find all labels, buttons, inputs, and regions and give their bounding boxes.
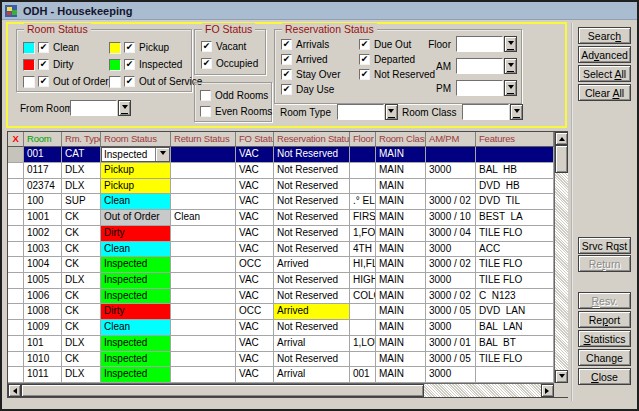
room-status-combo[interactable]: Inspected bbox=[101, 147, 170, 162]
checkbox[interactable]: ✔ bbox=[359, 39, 370, 50]
table-row-1010[interactable]: 1010CKInspectedVACNot ReservedMAIN3000 /… bbox=[8, 352, 554, 368]
close-button[interactable]: Close bbox=[578, 368, 631, 385]
column-header-fo_status[interactable]: FO Status bbox=[236, 132, 274, 147]
table-row-1001[interactable]: 1001CKOut of OrderCleanVACNot ReservedFI… bbox=[8, 210, 554, 226]
checkbox[interactable]: ✔ bbox=[281, 39, 292, 50]
table-row-1006[interactable]: 1006CKInspectedVACNot ReservedCOLOMAIN30… bbox=[8, 289, 554, 305]
dropdown-button[interactable] bbox=[504, 58, 517, 74]
checkbox-item-even-rooms[interactable]: Even Rooms bbox=[200, 106, 272, 117]
combo-arrow-button[interactable] bbox=[155, 148, 169, 161]
table-row-100[interactable]: 100SUPCleanVACNot Reserved.° ELISMAIN300… bbox=[8, 194, 554, 210]
cell-features bbox=[476, 147, 554, 163]
table-row-1005[interactable]: 1005DLXInspectedVACNot ReservedHIGHMAIN3… bbox=[8, 273, 554, 289]
scroll-up-button[interactable] bbox=[555, 132, 568, 145]
checkbox[interactable]: ✔ bbox=[359, 54, 370, 65]
checkbox-item-stay-over[interactable]: ✔Stay Over bbox=[281, 69, 359, 80]
table-row-1008[interactable]: 1008CKDirtyOCCArrivedMAIN3000 / 05DVD LA… bbox=[8, 304, 554, 320]
table-row-1011[interactable]: 1011DLXInspectedVACArrival001MAIN3000 bbox=[8, 367, 554, 383]
checkbox-item-out-of-service[interactable]: ✔Out of Service bbox=[109, 76, 205, 88]
checkbox[interactable]: ✔ bbox=[38, 59, 49, 70]
select-all-button[interactable]: Select All bbox=[578, 65, 631, 82]
room-class-combo-input[interactable] bbox=[462, 104, 509, 120]
horizontal-scrollbar[interactable] bbox=[8, 383, 554, 397]
checkbox[interactable]: ✔ bbox=[124, 59, 135, 70]
column-header-x[interactable]: X bbox=[8, 132, 24, 147]
floor-combo-input[interactable] bbox=[456, 36, 503, 52]
cell-ampm: 3000 / 05 bbox=[426, 304, 476, 320]
checkbox-item-dirty[interactable]: ✔Dirty bbox=[23, 59, 109, 71]
scroll-left-button[interactable] bbox=[8, 384, 21, 397]
scroll-down-button[interactable] bbox=[555, 370, 568, 383]
checkbox[interactable] bbox=[200, 90, 211, 101]
table-row-1009[interactable]: 1009CKCleanVACNot ReservedMAIN3000BAL LA… bbox=[8, 320, 554, 336]
column-header-res_status[interactable]: Reservation Status bbox=[274, 132, 350, 147]
checkbox[interactable]: ✔ bbox=[359, 69, 370, 80]
checkbox[interactable]: ✔ bbox=[38, 76, 49, 87]
table-row-02374[interactable]: 02374DLXPickupVACNot ReservedMAINDVD HB bbox=[8, 179, 554, 195]
table-row-1002[interactable]: 1002CKDirtyVACNot Reserved1,FOMAIN3000 /… bbox=[8, 226, 554, 242]
table-row-1004[interactable]: 1004CKInspectedOCCArrivedHI,FLOMAIN3000 … bbox=[8, 257, 554, 273]
dropdown-button[interactable] bbox=[118, 100, 131, 116]
am-combo-input[interactable] bbox=[456, 58, 503, 74]
horizontal-scroll-thumb[interactable] bbox=[21, 384, 424, 397]
checkbox[interactable] bbox=[200, 106, 211, 117]
column-header-floor[interactable]: Floor bbox=[350, 132, 376, 147]
checkbox-item-arrived[interactable]: ✔Arrived bbox=[281, 54, 359, 65]
scroll-right-button[interactable] bbox=[541, 384, 554, 397]
checkbox-item-inspected[interactable]: ✔Inspected bbox=[109, 59, 205, 71]
cell-floor bbox=[350, 147, 376, 163]
checkbox[interactable]: ✔ bbox=[281, 54, 292, 65]
column-header-ampm[interactable]: AM/PM bbox=[426, 132, 476, 147]
column-header-return_status[interactable]: Return Status bbox=[171, 132, 236, 147]
column-header-features[interactable]: Features bbox=[476, 132, 554, 147]
dropdown-button[interactable] bbox=[504, 36, 517, 52]
dropdown-button[interactable] bbox=[385, 104, 398, 120]
table-row-001[interactable]: 001CATInspectedVACNot ReservedMAIN bbox=[8, 147, 554, 163]
search-button[interactable]: Search bbox=[578, 27, 631, 44]
pm-combo-input[interactable] bbox=[456, 80, 503, 96]
checkbox[interactable]: ✔ bbox=[281, 69, 292, 80]
cell-x bbox=[8, 179, 24, 195]
column-header-room_status[interactable]: Room Status bbox=[101, 132, 171, 147]
checkbox[interactable]: ✔ bbox=[281, 84, 292, 95]
statistics-button[interactable]: Statistics bbox=[578, 330, 631, 347]
checkbox-item-arrivals[interactable]: ✔Arrivals bbox=[281, 39, 359, 50]
table-row-1003[interactable]: 1003CKCleanVACNot Reserved4TH FMAIN3000A… bbox=[8, 242, 554, 258]
advanced-button[interactable]: Advanced bbox=[578, 46, 631, 63]
table-row-101[interactable]: 101DLXInspectedVACArrival1,LOWMAIN3000 /… bbox=[8, 336, 554, 352]
title-bar[interactable]: ODH - Housekeeping bbox=[2, 2, 637, 20]
checkbox-item-clean[interactable]: ✔Clean bbox=[23, 42, 109, 54]
column-header-rm_type[interactable]: Rm. Type bbox=[62, 132, 101, 147]
checkbox-item-vacant[interactable]: ✔Vacant bbox=[201, 41, 258, 52]
cell-room_status: Inspected bbox=[101, 367, 171, 383]
clear-all-button[interactable]: Clear All bbox=[578, 84, 631, 101]
checkbox[interactable]: ✔ bbox=[38, 42, 49, 53]
from-room-combo-input[interactable] bbox=[70, 100, 117, 116]
cell-features: TILE FLO bbox=[476, 273, 554, 289]
app-icon[interactable] bbox=[5, 4, 19, 18]
dropdown-button[interactable] bbox=[510, 104, 523, 120]
checkbox-label: Day Use bbox=[296, 84, 334, 95]
change-button[interactable]: Change bbox=[578, 349, 631, 366]
dropdown-button[interactable] bbox=[504, 80, 517, 96]
checkbox-item-pickup[interactable]: ✔Pickup bbox=[109, 42, 205, 54]
vertical-scroll-thumb[interactable] bbox=[555, 145, 568, 173]
srvc-rqst-button[interactable]: Srvc Rqst bbox=[578, 237, 631, 254]
checkbox[interactable]: ✔ bbox=[201, 41, 212, 52]
cell-rm_type: CK bbox=[62, 304, 101, 320]
checkbox[interactable]: ✔ bbox=[124, 76, 135, 87]
cell-fo_status: VAC bbox=[236, 147, 274, 163]
column-header-room[interactable]: Room bbox=[24, 132, 62, 147]
checkbox-label: Arrivals bbox=[296, 39, 329, 50]
checkbox-item-out-of-order[interactable]: ✔Out of Order bbox=[23, 76, 109, 88]
report-button[interactable]: Report bbox=[578, 311, 631, 328]
checkbox-item-occupied[interactable]: ✔Occupied bbox=[201, 58, 258, 69]
vertical-scrollbar[interactable] bbox=[554, 132, 568, 383]
room-type-combo-input[interactable] bbox=[337, 104, 384, 120]
checkbox-item-odd-rooms[interactable]: Odd Rooms bbox=[200, 90, 272, 101]
checkbox-item-day-use[interactable]: ✔Day Use bbox=[281, 84, 359, 95]
checkbox[interactable]: ✔ bbox=[124, 42, 135, 53]
column-header-room_class[interactable]: Room Class bbox=[376, 132, 426, 147]
checkbox[interactable]: ✔ bbox=[201, 58, 212, 69]
table-row-0117[interactable]: 0117DLXPickupVACNot ReservedMAIN3000BAL … bbox=[8, 163, 554, 179]
